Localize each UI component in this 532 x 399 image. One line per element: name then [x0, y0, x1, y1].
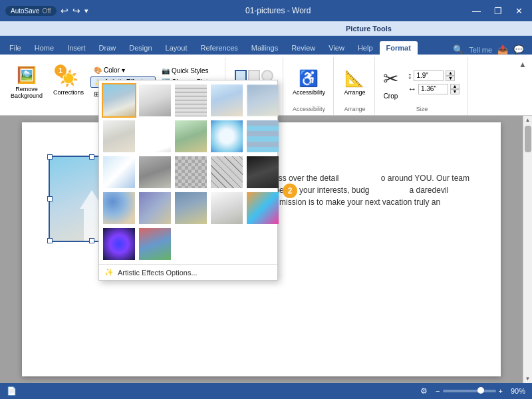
- width-up[interactable]: ▲: [450, 84, 460, 89]
- artistic-effect-neon[interactable]: [102, 227, 136, 261]
- tab-review[interactable]: Review: [285, 41, 322, 55]
- picture-tools-banner: Picture Tools: [0, 21, 532, 36]
- width-input[interactable]: [418, 84, 448, 94]
- artistic-effect-line[interactable]: [174, 83, 208, 118]
- artistic-effect-texturizer[interactable]: [174, 155, 208, 190]
- tab-mailings[interactable]: Mailings: [245, 41, 285, 55]
- accessibility-button[interactable]: ♿ Accessibility: [289, 59, 329, 106]
- autosave-state: Off: [42, 7, 51, 15]
- artistic-effect-paint2[interactable]: [138, 191, 172, 225]
- close-button[interactable]: ✕: [511, 5, 527, 17]
- tab-file[interactable]: File: [3, 41, 28, 55]
- scrollbar-vertical[interactable]: ▲ ▼: [523, 116, 532, 383]
- artistic-effect-cutout[interactable]: [174, 191, 208, 225]
- artistic-effect-vivid[interactable]: [245, 191, 280, 225]
- autosave-toggle[interactable]: AutoSave Off: [5, 6, 57, 16]
- artistic-effect-color[interactable]: [138, 227, 172, 261]
- quick-styles-button[interactable]: 📷 Quick Styles: [158, 66, 221, 76]
- handle-bc: [89, 238, 94, 243]
- width-row: ↔ ▲ ▼: [408, 84, 460, 94]
- artistic-effect-glow[interactable]: [209, 119, 244, 154]
- artistic-options-label: Artistic Effects Options...: [118, 269, 198, 277]
- arrange-group-label: Arrange: [344, 106, 365, 114]
- height-input[interactable]: [414, 70, 444, 81]
- undo-icon[interactable]: ↩: [61, 5, 68, 16]
- artistic-effect-crosshatch[interactable]: [209, 155, 244, 190]
- height-up[interactable]: ▲: [446, 70, 455, 76]
- minimize-button[interactable]: —: [468, 5, 485, 17]
- tab-view[interactable]: View: [322, 41, 351, 55]
- artistic-effect-cement[interactable]: [138, 155, 172, 190]
- share-icon[interactable]: 📤: [497, 45, 508, 55]
- zoom-minus-button[interactable]: −: [436, 387, 440, 395]
- tab-format[interactable]: Format: [380, 41, 418, 55]
- height-down[interactable]: ▼: [446, 76, 455, 81]
- tab-references[interactable]: References: [194, 41, 245, 55]
- tab-help[interactable]: Help: [351, 41, 380, 55]
- tab-layout[interactable]: Layout: [159, 41, 194, 55]
- comment-icon[interactable]: 💬: [513, 45, 524, 55]
- restore-button[interactable]: ❐: [490, 5, 506, 17]
- artistic-effect-photocopy[interactable]: [138, 119, 172, 154]
- accessibility-group-label: Accessibility: [293, 106, 325, 114]
- width-spinner: ▲ ▼: [450, 84, 460, 94]
- handle-tc: [89, 154, 94, 160]
- settings-icon[interactable]: ⚙: [420, 386, 428, 396]
- collapse-icon: ▲: [519, 60, 527, 69]
- zoom-level[interactable]: 90%: [511, 387, 525, 395]
- artistic-effects-options-button[interactable]: ✨ Artistic Effects Options...: [99, 264, 277, 280]
- artistic-effect-glass[interactable]: [102, 155, 136, 190]
- zoom-track[interactable]: [443, 390, 496, 392]
- scroll-up[interactable]: ▲: [524, 116, 532, 124]
- accessibility-label: Accessibility: [293, 89, 325, 96]
- scroll-down[interactable]: ▼: [524, 374, 532, 383]
- tab-design[interactable]: Design: [122, 41, 158, 55]
- handle-tl: [47, 154, 53, 160]
- arrange-button[interactable]: 📐 Arrange: [340, 59, 369, 106]
- width-icon: ↔: [408, 84, 416, 94]
- page-info-icon: 📄: [7, 386, 17, 396]
- artistic-effect-marker[interactable]: [174, 119, 208, 154]
- artistic-effect-paint[interactable]: [102, 191, 136, 225]
- ribbon-collapse[interactable]: ▲: [516, 57, 529, 115]
- zoom-thumb: [477, 387, 484, 394]
- zoom-plus-button[interactable]: +: [499, 387, 503, 395]
- remove-bg-label: RemoveBackground: [11, 86, 43, 99]
- redo-icon[interactable]: ↪: [72, 5, 80, 16]
- artistic-effect-blur[interactable]: [245, 83, 280, 118]
- arrange-content: 📐 Arrange: [340, 59, 369, 106]
- tab-draw[interactable]: Draw: [92, 41, 123, 55]
- artistic-effect-watercolor[interactable]: [209, 83, 244, 118]
- artistic-effect-sketch[interactable]: [209, 191, 244, 225]
- step-badge-2: 2: [283, 184, 297, 198]
- titlebar-controls: — ❐ ✕: [468, 5, 527, 17]
- corrections-label: Corrections: [53, 89, 84, 96]
- tab-home[interactable]: Home: [28, 41, 61, 55]
- tell-me-label[interactable]: Tell me: [469, 46, 492, 54]
- artistic-effect-film[interactable]: [245, 155, 280, 190]
- width-down[interactable]: ▼: [450, 89, 460, 94]
- scroll-thumb[interactable]: [525, 126, 531, 152]
- artistic-effect-none[interactable]: [102, 83, 136, 118]
- crop-button[interactable]: ✂: [380, 65, 401, 92]
- picture-tools-label: Picture Tools: [346, 25, 392, 33]
- height-row: ↕ ▲ ▼: [408, 70, 460, 81]
- artistic-effect-chalk[interactable]: [102, 119, 136, 154]
- crop-label: Crop: [384, 92, 398, 100]
- arrange-icon: 📐: [344, 69, 364, 88]
- color-label: Color ▾: [104, 66, 125, 74]
- artistic-effects-grid: [99, 80, 277, 264]
- artistic-effect-pencil-sketch[interactable]: [138, 83, 172, 118]
- statusbar-left: 📄: [7, 386, 17, 396]
- tab-insert[interactable]: Insert: [61, 41, 92, 55]
- corrections-button[interactable]: 1 ☀️ Corrections: [49, 59, 88, 106]
- color-button[interactable]: 🎨 Color ▾: [90, 65, 156, 75]
- size-section: ↕ ▲ ▼ ↔ ▲ ▼: [404, 69, 464, 96]
- artistic-effect-mosaic[interactable]: [245, 119, 280, 154]
- autosave-label: AutoSave: [11, 7, 39, 15]
- status-bar: 📄 ⚙ − + 90%: [0, 383, 532, 399]
- ribbon-group-crop-size: ✂ Crop ↕ ▲ ▼ ↔ ▲ ▼: [376, 57, 468, 115]
- quick-styles-label: Quick Styles: [172, 67, 209, 74]
- zoom-slider[interactable]: − +: [436, 387, 503, 395]
- remove-background-button[interactable]: 🖼️ RemoveBackground: [7, 59, 47, 106]
